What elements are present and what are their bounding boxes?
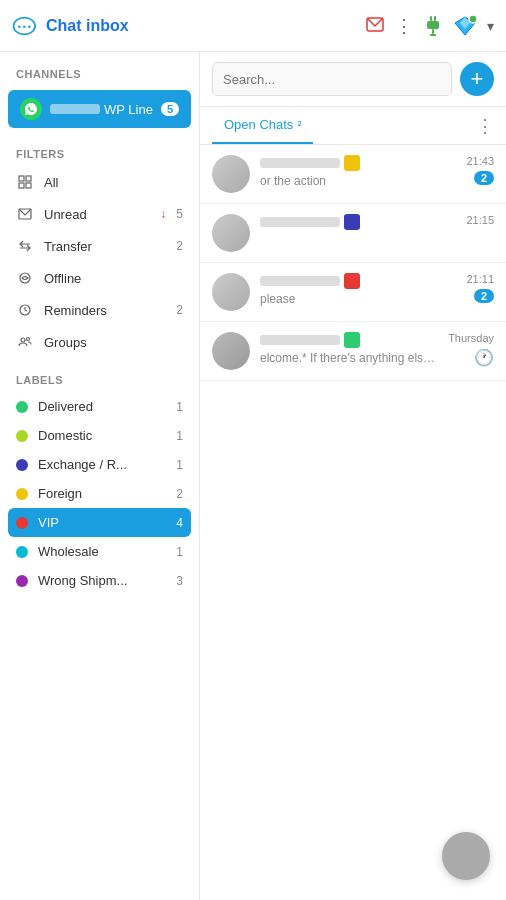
svg-rect-16	[26, 183, 31, 188]
svg-rect-5	[430, 16, 432, 21]
chat-name-blurred	[260, 335, 340, 345]
chat-body: elcome.* If there's anything else I ca..…	[260, 332, 438, 365]
filter-reminders-label: Reminders	[44, 303, 166, 318]
label-domestic-count: 1	[176, 429, 183, 443]
tab-open-chats[interactable]: Open Chats ²	[212, 107, 313, 144]
reminders-icon	[16, 301, 34, 319]
avatar-blurred	[212, 214, 250, 252]
filter-transfer[interactable]: Transfer 2	[0, 230, 199, 262]
label-vip-count: 4	[176, 516, 183, 530]
avatar	[212, 332, 250, 370]
svg-point-3	[28, 25, 31, 28]
filter-groups[interactable]: Groups	[0, 326, 199, 358]
plugin-icon[interactable]	[423, 15, 443, 37]
filter-offline-label: Offline	[44, 271, 183, 286]
chat-time: Thursday	[448, 332, 494, 344]
chat-list: or the action 21:43 2	[200, 145, 506, 900]
clock-icon: 🕐	[474, 348, 494, 367]
chevron-down-icon[interactable]: ▾	[487, 18, 494, 34]
wrong-shipment-dot	[16, 575, 28, 587]
filter-all[interactable]: All	[0, 166, 199, 198]
header-icons: ⋮ ▾	[365, 15, 494, 37]
chat-item[interactable]: elcome.* If there's anything else I ca..…	[200, 322, 506, 381]
offline-icon	[16, 269, 34, 287]
chat-label-tag	[344, 332, 360, 348]
chat-name-row	[260, 332, 438, 348]
svg-rect-7	[427, 21, 439, 29]
label-exchange-name: Exchange / R...	[38, 457, 166, 472]
svg-rect-6	[434, 16, 436, 21]
chat-name-blurred	[260, 158, 340, 168]
premium-icon[interactable]	[453, 15, 477, 37]
svg-point-21	[27, 338, 30, 341]
chat-time: 21:43	[466, 155, 494, 167]
chat-item[interactable]: 21:15	[200, 204, 506, 263]
label-domestic-name: Domestic	[38, 428, 166, 443]
channels-title: CHANNELS	[0, 52, 199, 86]
channel-item-wpline[interactable]: WP Line 5	[8, 90, 191, 128]
label-vip[interactable]: VIP 4	[8, 508, 191, 537]
content-area: + Open Chats ² ⋮ or	[200, 52, 506, 900]
floating-action-button[interactable]	[442, 832, 490, 880]
chat-meta: Thursday 🕐	[448, 332, 494, 367]
svg-point-1	[18, 25, 20, 28]
label-domestic[interactable]: Domestic 1	[0, 421, 199, 450]
filter-offline[interactable]: Offline	[0, 262, 199, 294]
label-exchange[interactable]: Exchange / R... 1	[0, 450, 199, 479]
chat-preview: please	[260, 292, 456, 306]
label-delivered[interactable]: Delivered 1	[0, 392, 199, 421]
channel-name-suffix: WP Line	[104, 102, 153, 117]
channel-name-blurred	[50, 104, 100, 114]
search-input[interactable]	[212, 62, 452, 96]
avatar	[212, 214, 250, 252]
filter-reminders[interactable]: Reminders 2	[0, 294, 199, 326]
chat-preview: elcome.* If there's anything else I ca..…	[260, 351, 438, 365]
svg-point-20	[21, 338, 25, 342]
chat-item[interactable]: or the action 21:43 2	[200, 145, 506, 204]
exchange-dot	[16, 459, 28, 471]
chat-name-blurred	[260, 217, 340, 227]
filter-unread-count: 5	[176, 207, 183, 221]
chat-item[interactable]: please 21:11 2	[200, 263, 506, 322]
chat-unread-badge: 2	[474, 289, 494, 303]
chat-time: 21:11	[466, 273, 494, 285]
channel-badge: 5	[161, 102, 179, 116]
tabs-more-icon[interactable]: ⋮	[476, 115, 494, 137]
label-foreign[interactable]: Foreign 2	[0, 479, 199, 508]
label-wrong-shipment[interactable]: Wrong Shipm... 3	[0, 566, 199, 595]
filter-groups-label: Groups	[44, 335, 183, 350]
avatar-blurred	[212, 332, 250, 370]
groups-icon	[16, 333, 34, 351]
svg-rect-14	[26, 176, 31, 181]
filter-unread-label: Unread	[44, 207, 148, 222]
add-chat-button[interactable]: +	[460, 62, 494, 96]
chat-preview: or the action	[260, 174, 456, 188]
label-wholesale[interactable]: Wholesale 1	[0, 537, 199, 566]
compose-icon[interactable]	[365, 16, 385, 36]
chat-unread-badge: 2	[474, 171, 494, 185]
channel-label: WP Line	[50, 102, 153, 117]
filter-all-label: All	[44, 175, 183, 190]
chat-meta: 21:15	[466, 214, 494, 226]
filter-unread[interactable]: Unread ↓ 5	[0, 198, 199, 230]
more-options-icon[interactable]: ⋮	[395, 15, 413, 37]
transfer-icon	[16, 237, 34, 255]
chat-time: 21:15	[466, 214, 494, 226]
header-logo: Chat inbox	[12, 16, 129, 36]
label-exchange-count: 1	[176, 458, 183, 472]
filter-transfer-count: 2	[176, 239, 183, 253]
svg-rect-15	[19, 183, 24, 188]
chat-meta: 21:43 2	[466, 155, 494, 185]
search-bar: +	[200, 52, 506, 107]
chat-label-tag	[344, 273, 360, 289]
chat-name-row	[260, 273, 456, 289]
chat-name-row	[260, 155, 456, 171]
avatar	[212, 155, 250, 193]
svg-point-12	[469, 15, 477, 23]
label-delivered-count: 1	[176, 400, 183, 414]
label-wrong-shipment-count: 3	[176, 574, 183, 588]
whatsapp-icon	[20, 98, 42, 120]
svg-point-2	[23, 25, 26, 28]
avatar-blurred	[212, 155, 250, 193]
label-foreign-name: Foreign	[38, 486, 166, 501]
